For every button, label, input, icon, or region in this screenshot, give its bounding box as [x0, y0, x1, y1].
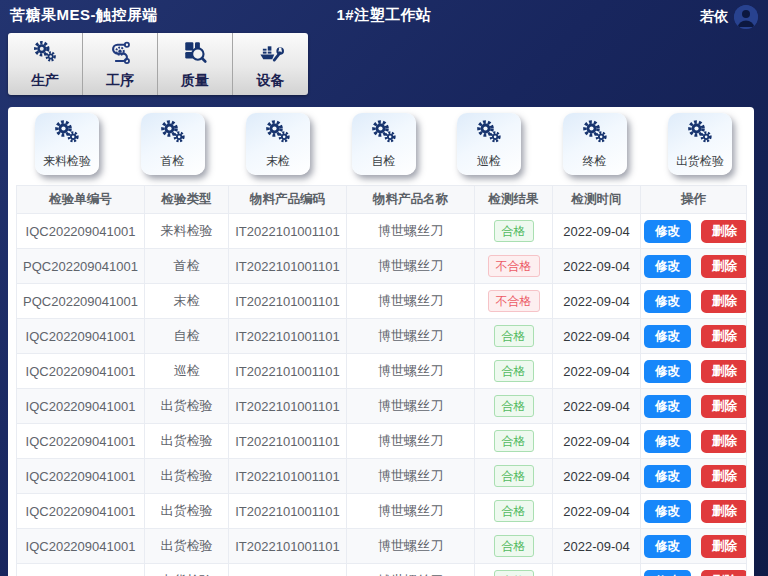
- gears-icon: [32, 39, 58, 69]
- card-label: 出货检验: [676, 153, 724, 170]
- result-badge: 合格: [494, 465, 534, 487]
- inspection-type: 来料检验: [145, 214, 229, 249]
- content-panel: 来料检验 首检 末检 自检 巡检 终检 出货检验: [8, 107, 754, 576]
- tab-process[interactable]: 工序: [83, 33, 158, 95]
- gears-icon: [159, 118, 187, 153]
- user-menu[interactable]: 若依: [700, 3, 758, 30]
- material-name: 博世螺丝刀: [347, 564, 475, 576]
- column-header: 检验单编号: [17, 186, 145, 214]
- delete-button[interactable]: 删除: [701, 395, 747, 418]
- gears-icon: [53, 118, 81, 153]
- column-header: 物料产品编码: [229, 186, 347, 214]
- gears-icon: [370, 118, 398, 153]
- tab-quality[interactable]: 质量: [158, 33, 233, 95]
- inspection-date: 2022-09-04: [553, 319, 641, 354]
- inspection-date: 2022-09-04: [553, 494, 641, 529]
- table-header-row: 检验单编号 检验类型 物料产品编码 物料产品名称 检测结果 检测时间 操作: [17, 186, 747, 214]
- edit-button[interactable]: 修改: [644, 360, 691, 383]
- inspection-id: IQC202209041001: [17, 459, 145, 494]
- username[interactable]: 若依: [700, 8, 728, 26]
- inspection-date: 2022-09-04: [553, 354, 641, 389]
- inspection-date: 2022-09-04: [553, 389, 641, 424]
- delete-button[interactable]: 删除: [701, 570, 747, 576]
- table-row: IQC202209041001 出货检验 IT2022101001101 博世螺…: [17, 459, 747, 494]
- table-row: IQC202209041001 出货检验 IT2022101001101 博世螺…: [17, 564, 747, 576]
- process-route-icon: [107, 39, 133, 69]
- edit-button[interactable]: 修改: [644, 290, 691, 313]
- card-final-inspection[interactable]: 终检: [563, 113, 627, 175]
- table-row: IQC202209041001 巡检 IT2022101001101 博世螺丝刀…: [17, 354, 747, 389]
- edit-button[interactable]: 修改: [644, 430, 691, 453]
- edit-button[interactable]: 修改: [644, 535, 691, 558]
- delete-button[interactable]: 删除: [701, 325, 747, 348]
- card-first-inspection[interactable]: 首检: [141, 113, 205, 175]
- delete-button[interactable]: 删除: [701, 430, 747, 453]
- table-row: IQC202209041001 出货检验 IT2022101001101 博世螺…: [17, 424, 747, 459]
- gears-icon: [264, 118, 292, 153]
- table-row: IQC202209041001 出货检验 IT2022101001101 博世螺…: [17, 529, 747, 564]
- card-incoming-inspection[interactable]: 来料检验: [35, 113, 99, 175]
- material-name: 博世螺丝刀: [347, 494, 475, 529]
- column-header: 检测结果: [475, 186, 553, 214]
- card-label: 来料检验: [43, 153, 91, 170]
- edit-button[interactable]: 修改: [644, 465, 691, 488]
- tab-equipment[interactable]: 设备: [233, 33, 308, 95]
- edit-button[interactable]: 修改: [644, 570, 691, 576]
- table-row: PQC202209041001 末检 IT2022101001101 博世螺丝刀…: [17, 284, 747, 319]
- inspection-type: 首检: [145, 249, 229, 284]
- table-row: IQC202209041001 来料检验 IT2022101001101 博世螺…: [17, 214, 747, 249]
- inspection-date: 2022-09-04: [553, 424, 641, 459]
- tab-label: 质量: [181, 72, 209, 90]
- inspection-type: 自检: [145, 319, 229, 354]
- delete-button[interactable]: 删除: [701, 465, 747, 488]
- material-name: 博世螺丝刀: [347, 284, 475, 319]
- inspection-type: 出货检验: [145, 494, 229, 529]
- delete-button[interactable]: 删除: [701, 500, 747, 523]
- inspection-date: 2022-09-04: [553, 529, 641, 564]
- edit-button[interactable]: 修改: [644, 255, 691, 278]
- card-patrol-inspection[interactable]: 巡检: [457, 113, 521, 175]
- edit-button[interactable]: 修改: [644, 325, 691, 348]
- delete-button[interactable]: 删除: [701, 255, 747, 278]
- material-code: IT2022101001101: [229, 319, 347, 354]
- material-code: IT2022101001101: [229, 459, 347, 494]
- inspection-type: 出货检验: [145, 389, 229, 424]
- result-badge: 合格: [494, 430, 534, 452]
- tab-production[interactable]: 生产: [8, 33, 83, 95]
- inspection-id: IQC202209041001: [17, 494, 145, 529]
- inspection-id: IQC202209041001: [17, 319, 145, 354]
- title-bar: 苦糖果MES-触控屏端 1#注塑工作站 若依: [0, 0, 768, 33]
- material-name: 博世螺丝刀: [347, 354, 475, 389]
- card-last-inspection[interactable]: 末检: [246, 113, 310, 175]
- inspection-type: 出货检验: [145, 424, 229, 459]
- delete-button[interactable]: 删除: [701, 290, 747, 313]
- material-name: 博世螺丝刀: [347, 389, 475, 424]
- equipment-wrench-icon: [258, 39, 284, 69]
- card-label: 自检: [372, 153, 396, 170]
- edit-button[interactable]: 修改: [644, 500, 691, 523]
- column-header: 检测时间: [553, 186, 641, 214]
- inspection-id: IQC202209041001: [17, 529, 145, 564]
- material-name: 博世螺丝刀: [347, 459, 475, 494]
- inspection-date: 2022-09-04: [553, 284, 641, 319]
- edit-button[interactable]: 修改: [644, 220, 691, 243]
- delete-button[interactable]: 删除: [701, 535, 747, 558]
- inspection-date: 2022-09-04: [553, 249, 641, 284]
- inspection-table: 检验单编号 检验类型 物料产品编码 物料产品名称 检测结果 检测时间 操作 IQ…: [16, 185, 746, 576]
- material-name: 博世螺丝刀: [347, 424, 475, 459]
- delete-button[interactable]: 删除: [701, 220, 747, 243]
- edit-button[interactable]: 修改: [644, 395, 691, 418]
- gears-icon: [475, 118, 503, 153]
- table-row: IQC202209041001 出货检验 IT2022101001101 博世螺…: [17, 494, 747, 529]
- inspection-type-cards: 来料检验 首检 末检 自检 巡检 终检 出货检验: [8, 107, 754, 175]
- inspection-type: 出货检验: [145, 564, 229, 576]
- result-badge: 合格: [494, 535, 534, 557]
- material-name: 博世螺丝刀: [347, 249, 475, 284]
- material-name: 博世螺丝刀: [347, 214, 475, 249]
- card-shipment-inspection[interactable]: 出货检验: [668, 113, 732, 175]
- user-avatar-icon[interactable]: [734, 5, 758, 29]
- delete-button[interactable]: 删除: [701, 360, 747, 383]
- card-self-inspection[interactable]: 自检: [352, 113, 416, 175]
- tab-label: 设备: [257, 72, 285, 90]
- quality-magnifier-icon: [182, 39, 208, 69]
